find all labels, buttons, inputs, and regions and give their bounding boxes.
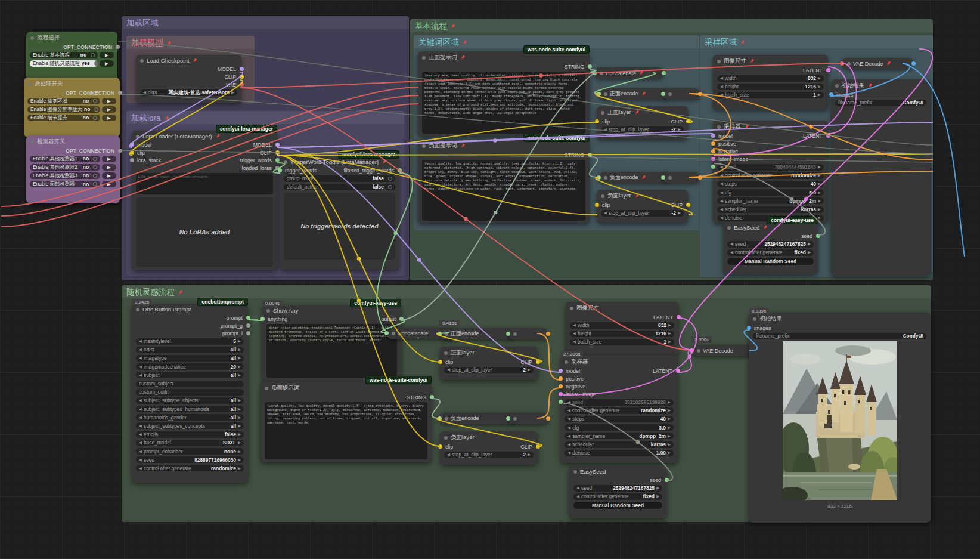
output-slot-dot[interactable] xyxy=(686,119,690,123)
toggle-indicator-icon[interactable] xyxy=(93,174,97,178)
node-header[interactable]: 正面提示词 xyxy=(418,51,590,63)
output-slot-dot[interactable] xyxy=(240,82,244,87)
enable-toggle[interactable]: Enable 图像分辨率放大no xyxy=(27,106,100,113)
collapse-toggle-dot[interactable] xyxy=(601,111,604,115)
node-header[interactable]: 采样器 xyxy=(560,356,678,367)
output-slot-dot[interactable] xyxy=(546,332,550,336)
input-slot-dot[interactable] xyxy=(438,444,442,449)
decrement-arrow-icon[interactable]: ◀ xyxy=(720,215,723,220)
node-pos-layer-top[interactable]: 正面layerclipCLIP◀stop_at_clip_layer-2▶ xyxy=(597,106,688,139)
combo-widget-denoise[interactable]: ◀denoise1.00▶ xyxy=(717,215,824,221)
node-load-checkpoint[interactable]: Load CheckpointMODELCLIPVAE◀ckpt_…写实建筑-首… xyxy=(136,55,241,103)
output-slot-dot[interactable] xyxy=(686,203,690,207)
combo-widget-control-after-generate[interactable]: ◀control after generatefixed▶ xyxy=(727,249,814,256)
input-slot-dot[interactable] xyxy=(438,360,442,364)
combo-widget-subject_subtypes_humanoids[interactable]: ◀subject_subtypes_humanoidsall▶ xyxy=(136,406,244,412)
increment-arrow-icon[interactable]: ▶ xyxy=(808,242,811,246)
combo-widget-sampler_name[interactable]: ◀sampler_namedpmpp_2m▶ xyxy=(717,197,824,204)
combo-widget-control-after-generate[interactable]: ◀control after generaterandomize▶ xyxy=(136,465,244,471)
node-header[interactable]: Lora Loader (LoraManager) xyxy=(132,131,277,141)
combo-widget-imagemodechance[interactable]: ◀imagemodechance20▶ xyxy=(136,363,244,370)
node-sampler-top[interactable]: 采样器modelLATENTpositivenegativelatent_ima… xyxy=(713,121,828,223)
output-slot-dot[interactable] xyxy=(588,64,592,69)
increment-arrow-icon[interactable]: ▶ xyxy=(818,190,821,195)
collapse-toggle-dot[interactable] xyxy=(28,82,32,86)
node-pos-prompt-top[interactable]: was-node-suite-comfyui正面提示词STRING(master… xyxy=(418,51,590,136)
input-slot-dot[interactable] xyxy=(595,119,599,123)
toggle-indicator-icon[interactable] xyxy=(93,99,97,103)
decrement-arrow-icon[interactable]: ◀ xyxy=(567,442,570,447)
increment-arrow-icon[interactable]: ▶ xyxy=(668,442,671,447)
input-slot-dot[interactable] xyxy=(747,326,751,330)
node-pos-layer-bottom[interactable]: 正面layerclipCLIP◀stop_at_clip_layer-2▶ xyxy=(440,347,538,380)
combo-widget-prompt_enhancer[interactable]: ◀prompt_enhancernone▶ xyxy=(136,448,244,455)
output-slot-dot[interactable] xyxy=(246,323,250,328)
toggle-indicator-icon[interactable] xyxy=(388,177,392,181)
increment-arrow-icon[interactable]: ▶ xyxy=(818,76,821,81)
node-header[interactable]: 后处理开关 xyxy=(24,78,120,89)
increment-arrow-icon[interactable]: ▶ xyxy=(678,211,681,215)
decrement-arrow-icon[interactable]: ◀ xyxy=(720,165,723,169)
increment-arrow-icon[interactable]: ▶ xyxy=(668,425,671,430)
input-slot-dot[interactable] xyxy=(506,332,510,336)
decrement-arrow-icon[interactable]: ◀ xyxy=(447,452,450,457)
decrement-arrow-icon[interactable]: ◀ xyxy=(573,339,576,344)
input-slot-dot[interactable] xyxy=(711,157,715,161)
decrement-arrow-icon[interactable]: ◀ xyxy=(720,207,723,212)
increment-arrow-icon[interactable]: ▶ xyxy=(668,450,671,455)
combo-widget-batch_size[interactable]: ◀batch_size1▶ xyxy=(717,92,824,98)
output-slot-dot[interactable] xyxy=(536,360,540,364)
combo-widget-seed[interactable]: ◀seed252948247167825▶ xyxy=(727,241,814,248)
collapse-toggle-dot[interactable] xyxy=(30,36,34,40)
combo-widget-width[interactable]: ◀width832▶ xyxy=(570,322,674,329)
manual-random-seed-button[interactable]: Manual Random Seed xyxy=(727,258,814,265)
increment-arrow-icon[interactable]: ▶ xyxy=(238,458,241,462)
collapse-toggle-dot[interactable] xyxy=(136,135,139,138)
decrement-arrow-icon[interactable]: ◀ xyxy=(143,90,146,95)
combo-widget-subject_subtypes_concepts[interactable]: ◀subject_subtypes_conceptsall▶ xyxy=(136,422,244,429)
bypass-arrow-button[interactable]: ▶ xyxy=(102,106,116,113)
combo-widget-stop_at_clip_layer[interactable]: ◀stop_at_clip_layer-2▶ xyxy=(601,126,684,133)
decrement-arrow-icon[interactable]: ◀ xyxy=(139,424,142,428)
input-slot-dot[interactable] xyxy=(559,400,563,404)
input-slot-dot[interactable] xyxy=(438,332,442,336)
increment-arrow-icon[interactable]: ▶ xyxy=(818,165,821,169)
node-header[interactable]: EasySeed xyxy=(569,466,666,476)
decrement-arrow-icon[interactable]: ◀ xyxy=(139,398,142,403)
node-header[interactable]: 负面提示词 xyxy=(418,140,590,151)
collapse-toggle-dot[interactable] xyxy=(668,176,672,180)
output-slot-dot[interactable] xyxy=(246,331,250,335)
output-slot-dot[interactable] xyxy=(240,75,244,79)
bypass-arrow-button[interactable]: ▶ xyxy=(102,115,116,121)
node-neg-layer-top[interactable]: 负面layerclipCLIP◀stop_at_clip_layer-2▶ xyxy=(597,190,688,223)
node-neg-prompt-top[interactable]: was-node-suite-comfyui负面提示词STRING(worst … xyxy=(418,140,590,223)
input-slot-dot[interactable] xyxy=(661,92,665,96)
node-header[interactable]: 流程选择 xyxy=(26,32,117,43)
collapse-toggle-dot[interactable] xyxy=(697,349,700,353)
collapse-toggle-dot[interactable] xyxy=(30,140,34,144)
input-slot-dot[interactable] xyxy=(593,71,597,75)
combo-widget-imagetype[interactable]: ◀imagetypeall▶ xyxy=(136,355,244,362)
node-lora-loader[interactable]: comfyui-lora-managerLora Loader (LoraMan… xyxy=(132,131,277,270)
increment-arrow-icon[interactable]: ▶ xyxy=(818,199,821,203)
increment-arrow-icon[interactable]: ▶ xyxy=(818,207,821,212)
decrement-arrow-icon[interactable]: ◀ xyxy=(567,416,570,421)
node-triggerword-toggle[interactable]: comfyui-lora-managerTriggerWord Toggle (… xyxy=(280,156,399,270)
increment-arrow-icon[interactable]: ▶ xyxy=(238,365,241,369)
decrement-arrow-icon[interactable]: ◀ xyxy=(720,181,723,186)
node-neg-encode-bottom[interactable]: 负面encode xyxy=(439,413,515,424)
combo-widget-steps[interactable]: ◀steps40▶ xyxy=(717,181,824,187)
bypass-arrow-button[interactable]: ▶ xyxy=(102,181,116,187)
combo-widget-control-after-generate[interactable]: ◀control after generatefixed▶ xyxy=(573,493,662,500)
input-slot-dot[interactable] xyxy=(690,348,694,353)
node-sampler-bottom[interactable]: 27.285s采样器modelLATENTpositivenegativelat… xyxy=(560,356,678,463)
decrement-arrow-icon[interactable]: ◀ xyxy=(139,440,142,445)
output-slot-dot[interactable] xyxy=(275,150,280,155)
increment-arrow-icon[interactable]: ▶ xyxy=(808,250,811,255)
node-detector-switch[interactable]: 检测器开关OPT_CONNECTIONEnable 其他检测器1no▶Enabl… xyxy=(26,135,120,203)
combo-widget-base_model[interactable]: ◀base_modelSDXL▶ xyxy=(136,440,244,446)
increment-arrow-icon[interactable]: ▶ xyxy=(668,434,671,438)
collapse-toggle-dot[interactable] xyxy=(668,92,672,96)
collapse-toggle-dot[interactable] xyxy=(717,125,721,129)
decrement-arrow-icon[interactable]: ◀ xyxy=(720,190,723,195)
